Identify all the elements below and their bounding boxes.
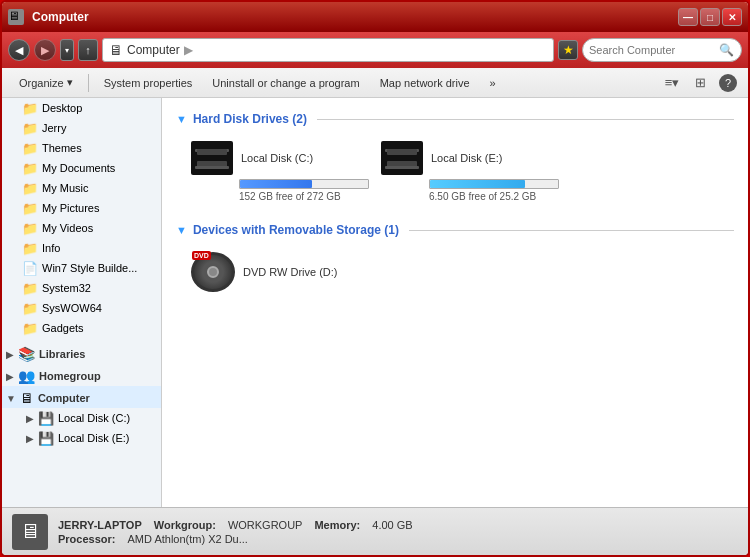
drive-label: Local Disk (E:) bbox=[431, 152, 503, 164]
content-area: 📁 Desktop 📁 Jerry 📁 Themes 📁 My Document… bbox=[2, 98, 748, 507]
sidebar-item-my-music[interactable]: 📁 My Music bbox=[2, 178, 161, 198]
sidebar-item-my-videos[interactable]: 📁 My Videos bbox=[2, 218, 161, 238]
drive-item-c[interactable]: Local Disk (C:) 152 GB free of 272 GB bbox=[186, 136, 356, 207]
processor-label: Processor: bbox=[58, 533, 115, 545]
main-panel: ▼ Hard Disk Drives (2) Local Disk (C:) bbox=[162, 98, 748, 507]
folder-icon: 📁 bbox=[22, 141, 38, 156]
sidebar-item-label: Local Disk (C:) bbox=[58, 412, 130, 424]
sidebar-section-computer[interactable]: ▼ 🖥 Computer bbox=[2, 386, 161, 408]
folder-icon: 📁 bbox=[22, 201, 38, 216]
folder-icon: 📁 bbox=[22, 281, 38, 296]
expand-arrow-icon: ▶ bbox=[6, 371, 14, 382]
processor-value: AMD Athlon(tm) X2 Du... bbox=[127, 533, 247, 545]
sidebar-item-desktop[interactable]: 📁 Desktop bbox=[2, 98, 161, 118]
search-input[interactable] bbox=[589, 44, 719, 56]
removable-section-header: ▼ Devices with Removable Storage (1) bbox=[176, 223, 734, 237]
status-row-1: JERRY-LAPTOP Workgroup: WORKGROUP Memory… bbox=[58, 519, 413, 531]
view-options-button[interactable]: ≡ ▾ bbox=[660, 72, 684, 94]
sidebar-item-label: Gadgets bbox=[42, 322, 84, 334]
collapse-arrow-icon: ▼ bbox=[6, 393, 16, 404]
toolbar-separator-1 bbox=[88, 74, 89, 92]
drive-free-text: 152 GB free of 272 GB bbox=[239, 191, 341, 202]
sidebar-item-local-disk-c[interactable]: ▶ 💾 Local Disk (C:) bbox=[2, 408, 161, 428]
drive-bar-container bbox=[239, 179, 369, 189]
drive-label: Local Disk (C:) bbox=[241, 152, 313, 164]
close-button[interactable]: ✕ bbox=[722, 8, 742, 26]
sidebar-item-info[interactable]: 📁 Info bbox=[2, 238, 161, 258]
workgroup-value: WORKGROUP bbox=[228, 519, 303, 531]
sidebar-item-system32[interactable]: 📁 System32 bbox=[2, 278, 161, 298]
sidebar-item-label: Desktop bbox=[42, 102, 82, 114]
toolbar-right: ≡ ▾ ⊞ ? bbox=[660, 72, 740, 94]
organize-arrow-icon: ▾ bbox=[67, 76, 73, 89]
organize-button[interactable]: Organize ▾ bbox=[10, 72, 82, 94]
removable-section-title: Devices with Removable Storage (1) bbox=[193, 223, 399, 237]
help-icon: ? bbox=[719, 74, 737, 92]
sidebar-item-label: Local Disk (E:) bbox=[58, 432, 130, 444]
drive-top: Local Disk (C:) bbox=[191, 141, 313, 175]
sidebar-item-my-pictures[interactable]: 📁 My Pictures bbox=[2, 198, 161, 218]
sidebar-item-win7[interactable]: 📄 Win7 Style Builde... bbox=[2, 258, 161, 278]
status-row-2: Processor: AMD Athlon(tm) X2 Du... bbox=[58, 533, 413, 545]
sidebar-item-themes[interactable]: 📁 Themes bbox=[2, 138, 161, 158]
drive-item-e[interactable]: Local Disk (E:) 6.50 GB free of 25.2 GB bbox=[376, 136, 546, 207]
sidebar-item-label: SysWOW64 bbox=[42, 302, 102, 314]
minimize-button[interactable]: — bbox=[678, 8, 698, 26]
drive-bar bbox=[240, 180, 312, 188]
search-icon: 🔍 bbox=[719, 43, 734, 57]
toolbar: Organize ▾ System properties Uninstall o… bbox=[2, 68, 748, 98]
sidebar-item-label: My Pictures bbox=[42, 202, 99, 214]
back-button[interactable]: ◀ bbox=[8, 39, 30, 61]
file-icon: 📄 bbox=[22, 261, 38, 276]
view-arrow-icon: ▾ bbox=[672, 75, 679, 90]
sidebar-item-gadgets[interactable]: 📁 Gadgets bbox=[2, 318, 161, 338]
folder-icon: 📁 bbox=[22, 241, 38, 256]
sidebar-item-local-disk-e[interactable]: ▶ 💾 Local Disk (E:) bbox=[2, 428, 161, 448]
disk-icon: 💾 bbox=[38, 431, 54, 446]
large-icon: ⊞ bbox=[695, 75, 706, 90]
system-properties-button[interactable]: System properties bbox=[95, 72, 202, 94]
up-button[interactable]: ↑ bbox=[78, 39, 98, 61]
address-path[interactable]: 🖥 Computer ▶ bbox=[102, 38, 554, 62]
sidebar-item-syswow64[interactable]: 📁 SysWOW64 bbox=[2, 298, 161, 318]
favorites-star-button[interactable]: ★ bbox=[558, 40, 578, 60]
search-box[interactable]: 🔍 bbox=[582, 38, 742, 62]
dvd-badge: DVD bbox=[192, 251, 211, 260]
folder-icon: 📁 bbox=[22, 161, 38, 176]
path-icon: 🖥 bbox=[109, 42, 123, 58]
sidebar-item-my-documents[interactable]: 📁 My Documents bbox=[2, 158, 161, 178]
uninstall-button[interactable]: Uninstall or change a program bbox=[203, 72, 368, 94]
folder-icon: 📁 bbox=[22, 321, 38, 336]
sidebar-item-label: System32 bbox=[42, 282, 91, 294]
help-button[interactable]: ? bbox=[716, 72, 740, 94]
window-title: Computer bbox=[32, 10, 678, 24]
maximize-button[interactable]: □ bbox=[700, 8, 720, 26]
sidebar-section-label: Computer bbox=[38, 392, 90, 404]
history-dropdown-button[interactable]: ▾ bbox=[60, 39, 74, 61]
view-large-icon-button[interactable]: ⊞ bbox=[688, 72, 712, 94]
map-network-button[interactable]: Map network drive bbox=[371, 72, 479, 94]
folder-icon: 📁 bbox=[22, 121, 38, 136]
sidebar-section-label: Homegroup bbox=[39, 370, 101, 382]
sidebar-item-label: Jerry bbox=[42, 122, 66, 134]
hard-disk-drives-grid: Local Disk (C:) 152 GB free of 272 GB bbox=[176, 136, 734, 207]
sidebar-section-libraries[interactable]: ▶ 📚 Libraries bbox=[2, 342, 161, 364]
collapse-arrow-icon: ▼ bbox=[176, 113, 187, 125]
more-toolbar-button[interactable]: » bbox=[481, 72, 505, 94]
computer-status-icon: 🖥 bbox=[12, 514, 48, 550]
sidebar-item-jerry[interactable]: 📁 Jerry bbox=[2, 118, 161, 138]
expand-arrow-icon: ▶ bbox=[6, 349, 14, 360]
forward-button[interactable]: ▶ bbox=[34, 39, 56, 61]
hard-disk-section-header: ▼ Hard Disk Drives (2) bbox=[176, 112, 734, 126]
computer-name: JERRY-LAPTOP bbox=[58, 519, 142, 531]
sidebar-item-label: My Documents bbox=[42, 162, 115, 174]
sidebar-section-homegroup[interactable]: ▶ 👥 Homegroup bbox=[2, 364, 161, 386]
hard-disk-icon bbox=[381, 141, 423, 175]
path-arrow: ▶ bbox=[184, 43, 193, 57]
main-window: 🖥 Computer — □ ✕ ◀ ▶ ▾ ↑ 🖥 Computer ▶ ★ … bbox=[0, 0, 750, 557]
dvd-label: DVD RW Drive (D:) bbox=[243, 266, 338, 278]
folder-icon: 📁 bbox=[22, 181, 38, 196]
dvd-icon: DVD bbox=[191, 252, 235, 292]
computer-icon: 🖥 bbox=[20, 390, 34, 406]
dvd-drive-item[interactable]: DVD DVD RW Drive (D:) bbox=[186, 247, 734, 297]
